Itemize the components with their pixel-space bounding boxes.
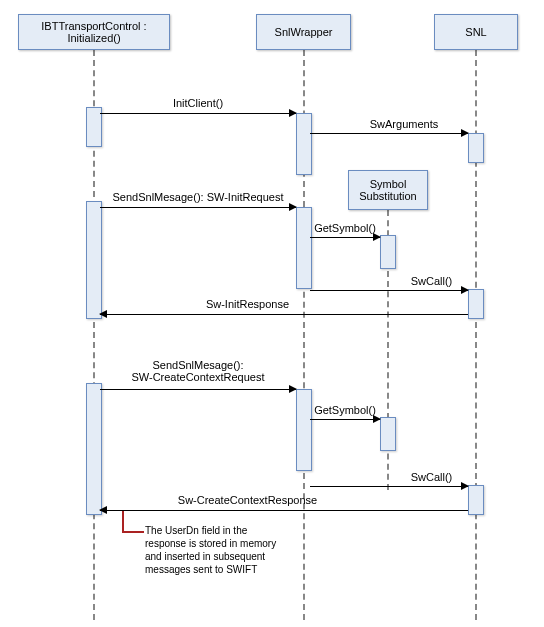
message-label: Sw-InitResponse: [100, 298, 395, 310]
message-arrow: [100, 314, 468, 315]
message-label: SendSnlMesage(): SW-CreateContextRequest: [100, 359, 296, 383]
participant-snl: SNL: [434, 14, 518, 50]
message-label: SwArguments: [340, 118, 468, 130]
activation: [296, 389, 312, 471]
message-label: InitClient(): [100, 97, 296, 109]
message-label: Sw-CreateContextResponse: [100, 494, 395, 506]
activation: [380, 235, 396, 269]
message-arrow: [100, 510, 468, 511]
activation: [296, 207, 312, 289]
message-label: SendSnlMesage(): SW-InitRequest: [100, 191, 296, 203]
participant-label: SNL: [465, 26, 486, 38]
activation: [468, 289, 484, 319]
callout-connector: [122, 511, 144, 533]
message-arrow: [310, 419, 380, 420]
message-label: SwCall(): [395, 471, 468, 483]
message-arrow: [310, 133, 468, 134]
message-arrow: [310, 290, 468, 291]
message-arrow: [310, 237, 380, 238]
activation: [468, 485, 484, 515]
message-label: GetSymbol(): [310, 222, 380, 234]
message-arrow: [100, 113, 296, 114]
message-arrow: [100, 207, 296, 208]
participant-label: SnlWrapper: [275, 26, 333, 38]
message-label: SwCall(): [395, 275, 468, 287]
participant-ibttransportcontrol: IBTTransportControl : Initialized(): [18, 14, 170, 50]
participant-snlwrapper: SnlWrapper: [256, 14, 351, 50]
activation: [296, 113, 312, 175]
note-label: Symbol Substitution: [357, 178, 419, 202]
activation: [468, 133, 484, 163]
message-label: GetSymbol(): [310, 404, 380, 416]
message-arrow: [310, 486, 468, 487]
note-userdn: The UserDn field in the response is stor…: [145, 524, 285, 576]
message-arrow: [100, 389, 296, 390]
activation: [380, 417, 396, 451]
sequence-diagram: IBTTransportControl : Initialized() SnlW…: [0, 0, 544, 627]
participant-label: IBTTransportControl : Initialized(): [25, 20, 163, 44]
note-symbol-substitution: Symbol Substitution: [348, 170, 428, 210]
